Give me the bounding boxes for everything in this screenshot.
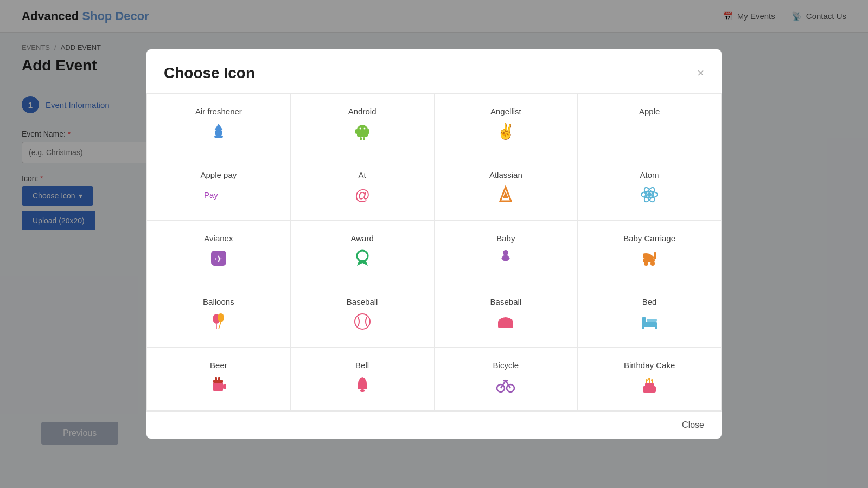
svg-point-54 bbox=[648, 378, 650, 380]
svg-point-16 bbox=[647, 192, 652, 197]
svg-point-53 bbox=[646, 379, 648, 381]
svg-rect-36 bbox=[642, 317, 646, 324]
icon-name: Baby bbox=[496, 234, 515, 243]
icon-cell[interactable]: Android bbox=[291, 94, 435, 157]
svg-rect-24 bbox=[502, 255, 509, 261]
modal-footer: Close bbox=[146, 411, 722, 439]
svg-text:✈: ✈ bbox=[214, 254, 222, 265]
icon-glyph bbox=[640, 312, 659, 334]
icon-name: Bicycle bbox=[493, 361, 519, 370]
icon-glyph bbox=[209, 375, 228, 397]
icon-cell[interactable]: Baby bbox=[435, 221, 578, 284]
modal-overlay: Choose Icon × Air freshenerAndroidAngell… bbox=[0, 0, 868, 488]
icon-glyph: ✌ bbox=[496, 121, 515, 144]
icon-name: Balloons bbox=[203, 297, 234, 306]
modal-close-x-button[interactable]: × bbox=[697, 67, 704, 79]
icon-glyph bbox=[353, 248, 372, 271]
modal-header: Choose Icon × bbox=[146, 49, 722, 93]
modal-close-button[interactable]: Close bbox=[682, 420, 704, 430]
svg-rect-5 bbox=[355, 129, 358, 134]
icon-cell[interactable]: Birthday Cake bbox=[578, 348, 722, 411]
svg-point-23 bbox=[503, 250, 508, 255]
icon-glyph bbox=[496, 375, 515, 397]
svg-rect-34 bbox=[498, 320, 513, 328]
svg-rect-45 bbox=[360, 389, 365, 392]
svg-rect-1 bbox=[215, 130, 222, 136]
icon-cell[interactable]: Baseball bbox=[435, 284, 578, 348]
icon-cell[interactable]: Bed bbox=[578, 284, 722, 348]
icon-name: Angellist bbox=[490, 107, 521, 116]
svg-line-32 bbox=[219, 322, 221, 329]
icon-cell[interactable]: Bell bbox=[291, 348, 435, 411]
icon-cell[interactable]: Apple bbox=[578, 94, 722, 157]
icon-cell[interactable]: At@ bbox=[291, 157, 435, 221]
icon-cell[interactable]: Beer bbox=[147, 348, 291, 411]
icon-glyph bbox=[496, 248, 515, 271]
svg-rect-41 bbox=[223, 384, 226, 389]
icon-cell[interactable]: Avianex✈ bbox=[147, 221, 291, 284]
svg-rect-49 bbox=[645, 383, 654, 387]
modal-body[interactable]: Air freshenerAndroidAngellist✌AppleApple… bbox=[146, 93, 722, 411]
icon-glyph bbox=[353, 375, 372, 397]
icon-cell[interactable]: Apple pay Pay bbox=[147, 157, 291, 221]
choose-icon-modal: Choose Icon × Air freshenerAndroidAngell… bbox=[146, 49, 722, 439]
icon-glyph: Pay bbox=[202, 185, 235, 207]
svg-point-22 bbox=[357, 251, 368, 261]
svg-point-10 bbox=[363, 128, 365, 130]
svg-rect-37 bbox=[642, 326, 644, 329]
icon-cell[interactable]: Award bbox=[291, 221, 435, 284]
svg-text:@: @ bbox=[354, 187, 369, 203]
icon-glyph bbox=[209, 312, 228, 334]
svg-rect-43 bbox=[215, 377, 217, 381]
svg-text:✌: ✌ bbox=[496, 123, 515, 140]
svg-point-27 bbox=[650, 261, 655, 266]
icon-name: Android bbox=[348, 107, 376, 116]
icon-cell[interactable]: Baby Carriage bbox=[578, 221, 722, 284]
icon-name: Air freshener bbox=[195, 107, 242, 116]
modal-title: Choose Icon bbox=[164, 65, 255, 82]
svg-point-46 bbox=[497, 384, 505, 392]
icon-name: Baseball bbox=[347, 297, 378, 306]
svg-marker-0 bbox=[214, 124, 223, 130]
svg-rect-44 bbox=[218, 377, 220, 381]
icon-name: Apple pay bbox=[201, 170, 237, 179]
icon-glyph bbox=[209, 121, 228, 144]
icon-glyph bbox=[353, 312, 372, 334]
icon-name: Award bbox=[351, 234, 374, 243]
icon-name: Beer bbox=[210, 361, 227, 370]
icon-cell[interactable]: Balloons bbox=[147, 284, 291, 348]
svg-text:Pay: Pay bbox=[204, 190, 218, 200]
svg-point-9 bbox=[359, 128, 361, 130]
svg-rect-4 bbox=[357, 130, 368, 137]
icon-glyph bbox=[640, 375, 659, 397]
icon-cell[interactable]: Atlassian bbox=[435, 157, 578, 221]
icon-name: Birthday Cake bbox=[624, 361, 675, 370]
svg-point-26 bbox=[644, 261, 648, 266]
svg-rect-6 bbox=[367, 129, 369, 134]
icon-name: Atlassian bbox=[489, 170, 522, 179]
icon-glyph: @ bbox=[353, 185, 372, 207]
svg-point-33 bbox=[355, 314, 370, 329]
svg-rect-8 bbox=[363, 137, 365, 140]
icon-cell[interactable]: Bicycle bbox=[435, 348, 578, 411]
icon-cell[interactable]: Atom bbox=[578, 157, 722, 221]
icon-glyph bbox=[640, 121, 659, 144]
svg-point-30 bbox=[218, 313, 224, 322]
icon-cell[interactable]: Baseball bbox=[291, 284, 435, 348]
svg-point-55 bbox=[651, 379, 653, 381]
svg-rect-7 bbox=[360, 137, 362, 140]
icon-glyph bbox=[496, 185, 515, 207]
icon-glyph bbox=[353, 121, 372, 144]
icon-name: Baby Carriage bbox=[623, 234, 675, 243]
icon-name: Apple bbox=[639, 107, 660, 116]
svg-rect-40 bbox=[213, 382, 223, 391]
icon-name: Baseball bbox=[490, 297, 522, 306]
icon-grid: Air freshenerAndroidAngellist✌AppleApple… bbox=[146, 93, 722, 411]
icon-cell[interactable]: Angellist✌ bbox=[435, 94, 578, 157]
icon-cell[interactable]: Air freshener bbox=[147, 94, 291, 157]
icon-name: Avianex bbox=[204, 234, 233, 243]
svg-rect-2 bbox=[214, 136, 223, 138]
icon-glyph bbox=[640, 185, 659, 207]
icon-name: Atom bbox=[640, 170, 659, 179]
icon-name: Bed bbox=[642, 297, 657, 306]
